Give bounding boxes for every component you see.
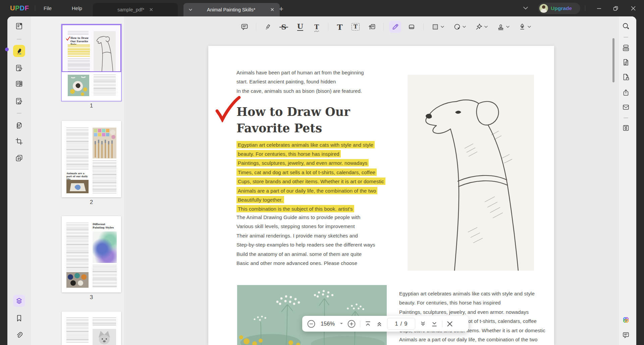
tab-dropdown-icon[interactable]: [189, 9, 192, 11]
shapes-dropdown-icon[interactable]: [441, 26, 444, 28]
divider: [423, 23, 424, 30]
panel-handle-dot[interactable]: [5, 48, 9, 51]
tab-label: Animal Painting Skills*: [207, 7, 255, 12]
protect-icon[interactable]: [622, 73, 630, 81]
crop-pages-icon[interactable]: [15, 137, 23, 145]
thumbnail-viewport-indicator[interactable]: [62, 24, 121, 72]
sticker-tool[interactable]: [451, 21, 463, 32]
callout-tool[interactable]: [366, 21, 378, 32]
tab-close-icon[interactable]: ✕: [270, 7, 274, 13]
mini-corgi-photo: [93, 329, 116, 345]
mini-palette-photo: [93, 128, 116, 158]
underline-tool[interactable]: U: [294, 21, 306, 32]
page-number-label: 1: [62, 102, 121, 109]
stamp-icon: [497, 23, 505, 31]
underline-icon: U: [297, 23, 303, 31]
divider: [17, 39, 21, 40]
tab-close-icon[interactable]: ✕: [149, 7, 154, 13]
text-box-icon: T: [352, 23, 360, 30]
page-thumbnail-4[interactable]: [62, 312, 121, 345]
updf-logo: UPDF: [10, 4, 29, 12]
page-separator: /: [400, 321, 402, 327]
convert-file-icon[interactable]: [622, 58, 630, 66]
search-icon[interactable]: [622, 22, 630, 30]
restore-icon: [613, 6, 618, 11]
minimize-button[interactable]: [595, 4, 603, 13]
email-icon[interactable]: [622, 103, 630, 111]
highlight-tool[interactable]: [262, 21, 273, 32]
note-icon: [240, 23, 249, 31]
last-page-button[interactable]: [431, 320, 438, 328]
squiggly-underline-tool[interactable]: T: [311, 21, 322, 32]
upgrade-label: Upgrade: [551, 5, 572, 11]
bookmarks-icon[interactable]: [15, 314, 23, 322]
stamp-dropdown-icon[interactable]: [506, 26, 509, 28]
vertical-scrollbar[interactable]: [612, 38, 614, 82]
mini-dog-photo: [68, 75, 89, 96]
strikethrough-tool[interactable]: S: [278, 21, 289, 32]
zoom-out-button[interactable]: [307, 320, 316, 328]
logo-letter: F: [25, 4, 29, 12]
first-page-button[interactable]: [364, 320, 372, 328]
sticker-dropdown-icon[interactable]: [463, 26, 466, 28]
note-tool[interactable]: [239, 21, 250, 32]
signature-icon: [518, 23, 526, 31]
zoom-dropdown-icon[interactable]: [340, 323, 343, 325]
save-icon[interactable]: [622, 124, 630, 132]
eraser-tool[interactable]: [406, 21, 417, 32]
tab-sample-pdf[interactable]: sample_pdf* ✕: [93, 3, 178, 16]
convert-icon[interactable]: [15, 122, 23, 130]
page-thumbnail-3[interactable]: Different Painting Styles: [62, 216, 121, 292]
text-box-tool[interactable]: T: [350, 21, 361, 32]
attachments-icon[interactable]: [15, 331, 23, 339]
previous-page-button[interactable]: [376, 320, 383, 328]
page-number-input[interactable]: 1 / 9: [387, 318, 415, 330]
restore-button[interactable]: [611, 4, 620, 13]
shapes-tool[interactable]: [430, 21, 441, 32]
menu-file[interactable]: File: [39, 0, 56, 16]
zoom-in-button[interactable]: [347, 320, 356, 328]
stamp-tool[interactable]: [495, 21, 506, 32]
divider: [585, 5, 585, 11]
updf-ai-icon[interactable]: [622, 316, 630, 324]
comment-tool-active[interactable]: [13, 45, 25, 57]
close-toolbar-button[interactable]: [446, 321, 453, 327]
edit-pdf-icon[interactable]: [15, 64, 23, 72]
thumbnail-text-lines: [93, 160, 116, 193]
next-page-button[interactable]: [419, 320, 427, 328]
text-comment-tool[interactable]: T: [334, 21, 345, 32]
divider: [35, 5, 35, 11]
compare-icon[interactable]: [15, 154, 23, 162]
thumbnail-text-lines: [94, 75, 116, 96]
tab-label: sample_pdf*: [117, 7, 145, 12]
mini-painting-photo: [66, 180, 89, 193]
page-thumbnail-2[interactable]: Animals are a part of our daily life: [62, 121, 121, 197]
thumbnail-text-lines: [93, 318, 116, 327]
tab-animal-painting-skills[interactable]: Animal Painting Skills* ✕: [183, 3, 280, 16]
menu-help[interactable]: Help: [67, 0, 87, 16]
organize-pages-icon[interactable]: [15, 80, 23, 88]
ocr-icon[interactable]: OCR: [622, 44, 630, 52]
tab-list-chevron-icon[interactable]: [523, 7, 528, 10]
feedback-icon[interactable]: [622, 331, 630, 339]
logo-letter: U: [10, 4, 15, 12]
close-window-button[interactable]: [629, 4, 638, 13]
signature-tool[interactable]: [517, 21, 528, 32]
pin-tool[interactable]: [473, 21, 485, 32]
highlighted-paragraph[interactable]: Egyptian art celebrates animals like cat…: [236, 140, 411, 213]
divider: [328, 23, 328, 30]
yellow-highlight-annotation[interactable]: Egyptian art celebrates animals like cat…: [236, 141, 385, 213]
reader-icon[interactable]: [15, 22, 23, 30]
signature-dropdown-icon[interactable]: [528, 26, 531, 28]
fill-and-sign-icon[interactable]: [15, 97, 23, 105]
page-thumbnails-active[interactable]: [13, 295, 25, 307]
avatar[interactable]: [539, 4, 548, 13]
page-thumbnail-1[interactable]: How to Draw Our Favorite Pets: [62, 24, 121, 101]
pdf-page[interactable]: Animals have been part of human art from…: [208, 46, 554, 345]
pencil-tool-active[interactable]: [389, 21, 401, 33]
zoom-level-value[interactable]: 156%: [320, 321, 336, 327]
pin-dropdown-icon[interactable]: [484, 26, 488, 28]
new-tab-button[interactable]: +: [279, 5, 283, 13]
share-icon[interactable]: [622, 88, 630, 96]
upgrade-button[interactable]: Upgrade: [538, 3, 580, 14]
